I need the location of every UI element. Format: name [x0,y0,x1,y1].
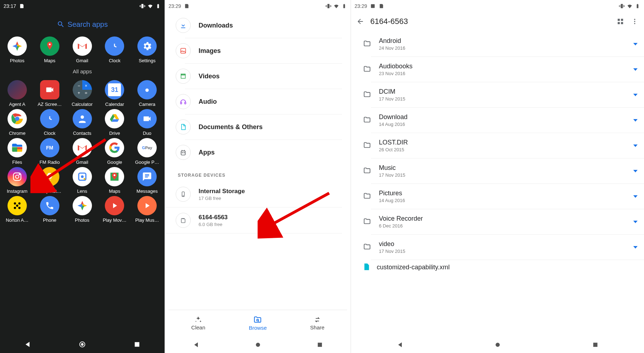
folder-name: Voice Recorder [379,215,423,222]
svg-rect-42 [621,22,623,24]
more-menu-button[interactable] [630,17,639,26]
nav-back-icon[interactable] [24,340,31,348]
file-xml[interactable]: customized-capability.xml [351,260,644,274]
storage-internal[interactable]: Internal Storage 17 GB free [165,181,342,207]
folder-date: 17 Nov 2015 [379,249,405,254]
vibrate-icon [619,3,625,9]
tab-clean[interactable]: Clean [169,310,228,336]
svg-point-19 [14,202,16,205]
app-contacts[interactable]: Contacts [67,109,98,136]
dropdown-caret-icon[interactable] [633,144,638,147]
dropdown-caret-icon[interactable] [633,170,638,172]
nav-back-icon[interactable] [396,341,404,348]
app-calculator[interactable]: −×+=Calculator [67,80,98,107]
app-chrome[interactable]: Chrome [1,109,33,136]
category-downloads[interactable]: Downloads [185,13,342,38]
app-messages[interactable]: Messages [131,167,163,194]
folder-icon [362,243,372,251]
svg-point-18 [114,174,116,176]
svg-point-32 [184,152,185,153]
video-icon [176,69,191,84]
dropdown-caret-icon[interactable] [633,246,638,249]
tab-browse[interactable]: Browse [228,310,287,336]
app-fm-radio[interactable]: FMFM Radio [34,138,65,165]
category-audio[interactable]: Audio [185,89,342,114]
folder-row[interactable]: Voice Recorder 6 Dec 2016 [371,209,644,235]
app-drive[interactable]: Drive [99,109,130,136]
grid-view-button[interactable] [616,17,625,26]
folder-row[interactable]: Music 17 Nov 2015 [371,158,644,184]
svg-point-0 [49,44,50,45]
tab-share[interactable]: Share [288,310,347,336]
app-files[interactable]: Files [1,138,33,165]
dropdown-caret-icon[interactable] [633,119,638,122]
nav-home-icon[interactable] [494,341,501,348]
app-az-screen[interactable]: AZ Scree… [34,80,65,107]
app-calendar[interactable]: 31Calendar [99,80,130,107]
folder-name: Android [379,37,405,45]
app-clock[interactable]: Clock [99,36,130,63]
svg-point-35 [257,319,259,321]
app-settings[interactable]: Settings [131,36,163,63]
folder-row[interactable]: video 17 Nov 2015 [371,235,644,260]
dropdown-caret-icon[interactable] [633,94,638,96]
app-gmail2[interactable]: Gmail [67,138,98,165]
folder-row[interactable]: Download 14 Aug 2016 [371,108,644,133]
folder-row[interactable]: DCIM 17 Nov 2015 [371,82,644,108]
back-button[interactable] [356,17,365,26]
app-google[interactable]: Google [99,138,130,165]
app-norton[interactable]: Norton A… [1,196,33,223]
folder-row[interactable]: Android 24 Nov 2016 [371,31,644,57]
svg-rect-26 [135,342,140,347]
dropdown-caret-icon[interactable] [633,43,638,45]
app-instagram[interactable]: Instagram [1,167,33,194]
app-google-pay[interactable]: G PayGoogle P… [131,138,163,165]
nav-back-icon[interactable] [192,341,200,348]
app-photos2[interactable]: Photos [67,196,98,223]
svg-rect-38 [371,4,375,8]
category-images[interactable]: Images [185,38,342,64]
svg-point-45 [634,23,635,24]
folder-row[interactable]: LOST.DIR 26 Oct 2015 [371,133,644,158]
app-row-1: Photos Maps Gmail Clock Settings [0,34,165,63]
dropdown-caret-icon[interactable] [633,221,638,223]
nav-recent-icon[interactable] [133,340,141,348]
svg-point-14 [19,174,20,175]
app-row-5: Instagram Keep not… Lens Maps Messages [0,165,165,194]
category-videos[interactable]: Videos [185,64,342,89]
app-photos[interactable]: Photos [1,36,33,63]
app-keep-notes[interactable]: Keep not… [34,167,65,194]
app-play-movies[interactable]: Play Mov… [99,196,130,223]
svg-text:−: − [78,83,80,88]
category-documents[interactable]: Documents & Others [185,114,342,140]
app-phone[interactable]: Phone [34,196,65,223]
folder-row[interactable]: Pictures 14 Aug 2016 [371,184,644,209]
app-gmail[interactable]: Gmail [67,36,98,63]
app-maps[interactable]: Maps [34,36,65,63]
category-apps[interactable]: Apps [185,140,342,165]
app-maps2[interactable]: Maps [99,167,130,194]
battery-icon [155,3,161,9]
dropdown-caret-icon[interactable] [633,195,638,198]
app-duo[interactable]: Duo [131,109,163,136]
folder-icon [362,192,372,201]
app-clock2[interactable]: Clock [34,109,65,136]
app-row-4: Files FMFM Radio Gmail Google G PayGoogl… [0,136,165,165]
svg-point-44 [634,21,635,22]
search-apps[interactable]: Search apps [0,14,165,34]
folder-date: 14 Aug 2016 [379,198,405,203]
nav-home-icon[interactable] [78,340,86,348]
nav-recent-icon[interactable] [316,341,323,348]
app-camera[interactable]: Camera [131,80,163,107]
app-lens[interactable]: Lens [67,167,98,194]
app-agent-a[interactable]: Agent A [1,80,33,107]
svg-point-43 [634,19,635,20]
folder-date: 17 Nov 2015 [379,96,405,102]
nav-recent-icon[interactable] [592,341,599,348]
folder-row[interactable]: Audiobooks 23 Nov 2016 [371,57,644,82]
app-play-music[interactable]: Play Mus… [131,196,163,223]
nav-home-icon[interactable] [254,341,262,348]
storage-sdcard[interactable]: 6164-6563 6.0 GB free [165,207,342,234]
folder-icon [362,40,372,48]
dropdown-caret-icon[interactable] [633,68,638,71]
